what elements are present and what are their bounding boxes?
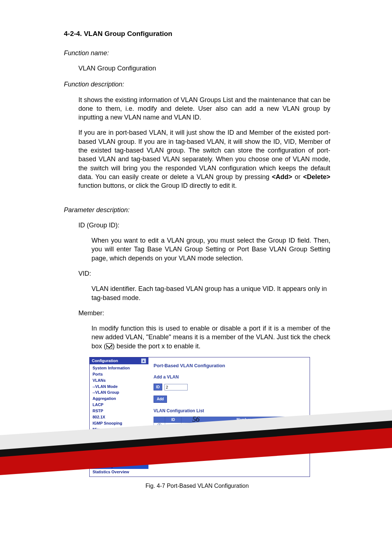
radio-icon[interactable] — [157, 423, 162, 428]
row-id-cell: 1 — [165, 423, 181, 430]
scroll-up-icon[interactable]: ▲ — [141, 358, 146, 364]
sidebar-item-statistics-overview[interactable]: Statistics Overview — [90, 469, 148, 475]
sidebar-item-vlan-group[interactable]: --VLAN Group — [90, 389, 148, 396]
text-fragment: If you are in port-based VLAN, it will j… — [78, 129, 330, 180]
sidebar-item-aggregation[interactable]: Aggregation — [90, 396, 148, 402]
page-number: 56 — [0, 415, 392, 424]
sidebar-item-snmp[interactable]: SNMP — [90, 457, 148, 463]
function-description-p2: If you are in port-based VLAN, it will j… — [78, 128, 330, 190]
table-row[interactable]: 1 1,2,3,4,5,6,7,8,9,10,11,12,13,14,15,16… — [154, 423, 306, 430]
sidebar-header-label: Configuration — [92, 358, 118, 364]
param-id-term: ID (Group ID): — [78, 221, 330, 230]
sidebar-item-system-information[interactable]: System Information — [90, 365, 148, 371]
param-member-desc: In modify function this is used to enabl… — [91, 324, 330, 351]
sidebar-item-vlans[interactable]: VLANs — [90, 377, 148, 384]
add-keyword: <Add> — [272, 173, 292, 181]
section-heading: 4-2-4. VLAN Group Configuration — [64, 29, 330, 39]
sidebar-item-ports[interactable]: Ports — [90, 371, 148, 377]
text-fragment: ) beside the port x to enable it. — [113, 343, 200, 350]
sidebar-item-lacp[interactable]: LACP — [90, 402, 148, 408]
sidebar-item-rstp[interactable]: RSTP — [90, 408, 148, 414]
sidebar-item-rate-limit[interactable]: Rate Limit — [90, 445, 148, 451]
sidebar-item-mirror[interactable]: Mirror — [90, 426, 148, 433]
function-description-label: Function description: — [64, 80, 330, 89]
sidebar-item-storm-control[interactable]: Storm Control — [90, 451, 148, 457]
row-member-cell: 1,2,3,4,5,6,7,8,9,10,11,12,13,14,15,16,1… — [181, 423, 306, 430]
param-vid-term: VID: — [78, 269, 330, 278]
row-radio-cell[interactable] — [154, 423, 165, 430]
sidebar-item-filter[interactable]: Filter — [90, 438, 148, 445]
panel-title: Port-Based VLAN Configuration — [154, 362, 306, 369]
text-fragment: function buttons, or click the Group ID … — [78, 182, 237, 189]
add-vlan-label: Add a VLAN — [154, 374, 306, 380]
param-id-desc: When you want to edit a VLAN group, you … — [91, 236, 330, 263]
checked-box-icon — [106, 343, 112, 349]
function-name-value: VLAN Group Configuration — [78, 64, 330, 73]
text-fragment: or — [292, 173, 303, 181]
function-name-label: Function name: — [64, 49, 330, 57]
parameter-description-label: Parameter description: — [64, 206, 330, 214]
refresh-button[interactable]: Refresh — [196, 433, 216, 441]
param-vid-desc: VLAN identifier. Each tag-based VLAN gro… — [91, 284, 330, 302]
sidebar-item-vlan-mode[interactable]: --VLAN Mode — [90, 384, 148, 390]
vlan-list-title: VLAN Configuration List — [154, 408, 306, 414]
id-label: ID — [154, 384, 162, 391]
param-member-term: Member: — [78, 309, 330, 317]
modify-button[interactable]: Modify — [154, 433, 172, 441]
delete-keyword: <Delete> — [303, 173, 330, 181]
sidebar-item-monitoring[interactable]: Monitoring — [90, 463, 148, 469]
sidebar-item-qos[interactable]: QoS — [90, 432, 148, 438]
delete-button[interactable]: Delete — [175, 433, 192, 441]
id-input[interactable] — [164, 384, 188, 390]
figure-caption: Fig. 4-7 Port-Based VLAN Configuration — [64, 482, 330, 490]
add-button[interactable]: Add — [154, 396, 167, 403]
function-description-p1: It shows the existing information of VLA… — [78, 96, 330, 122]
